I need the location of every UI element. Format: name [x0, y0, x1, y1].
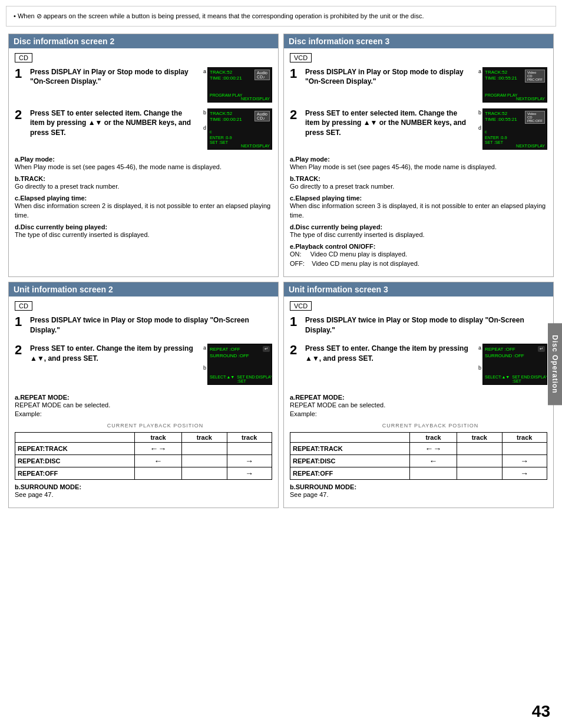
disc2-step2-num: 2	[15, 108, 25, 121]
disc2-notes: a.Play mode: When Play mode is set (see …	[15, 156, 272, 240]
disc3-screen2: TRACK:52TIME :00:55:21 VideoCDPBC:OFF c …	[482, 108, 547, 150]
table-row: REPEAT:TRACK ←→	[290, 442, 547, 454]
unit2-step2: 2 Press SET to enter. Change the item by…	[15, 344, 272, 388]
disc2-note-b: b.TRACK: Go directly to a preset track n…	[15, 175, 272, 191]
unit2-badge: CD	[15, 301, 32, 311]
unit3-repeat-table: track track track REPEAT:TRACK ←→	[290, 432, 547, 480]
unit3-screen: REPEAT :OFF SURROUND :OFF ↵ SELECT:▲▼ SE…	[482, 344, 547, 385]
top-note: • When ⊘ appears on the screen while a b…	[6, 6, 556, 27]
unit2-title: Unit information screen 2	[9, 282, 278, 297]
disc3-step1-num: 1	[290, 67, 300, 80]
disc3-step1: 1 Press DISPLAY in Play or Stop mode to …	[290, 67, 547, 103]
disc2-step1-num: 1	[15, 67, 25, 80]
disc3-note-c: c.Elapsed playing time: When disc inform…	[290, 195, 547, 220]
disc3-notes: a.Play mode: When Play mode is set (see …	[290, 156, 547, 269]
disc2-note-d: d.Disc currently being played: The type …	[15, 223, 272, 239]
disc2-title: Disc information screen 2	[9, 34, 278, 48]
unit2-notes: a.REPEAT MODE: REPEAT MODE can be select…	[15, 394, 272, 499]
disc2-badge: CD	[15, 53, 32, 62]
disc3-step2-text: Press SET to enter selected item. Change…	[305, 108, 474, 138]
unit3-current-pos: CURRENT PLAYBACK POSITION	[313, 423, 547, 429]
disc3-note-d: d.Disc currently being played: The type …	[290, 223, 547, 239]
unit3-step1-num: 1	[290, 315, 300, 328]
unit3-step2-num: 2	[290, 344, 300, 357]
disc3-note-a: a.Play mode: When Play mode is set (see …	[290, 156, 547, 172]
unit-info-screen-2: Unit information screen 2 CD 1 Press DIS…	[8, 282, 279, 508]
unit2-step1-num: 1	[15, 315, 25, 328]
table-row: REPEAT:TRACK ←→	[15, 442, 272, 454]
main-grid: Disc information screen 2 CD 1 Press DIS…	[6, 31, 556, 511]
side-tab: Disc Operation	[548, 323, 562, 405]
unit2-note-a: a.REPEAT MODE: REPEAT MODE can be select…	[15, 394, 272, 419]
disc2-note-c: c.Elapsed playing time: When disc inform…	[15, 195, 272, 220]
unit2-current-pos: CURRENT PLAYBACK POSITION	[38, 423, 272, 429]
disc2-step1: 1 Press DISPLAY in Play or Stop mode to …	[15, 67, 272, 103]
disc2-step2: 2 Press SET to enter selected item. Chan…	[15, 108, 272, 150]
table-row: REPEAT:OFF →	[290, 467, 547, 479]
unit3-step2-text: Press SET to enter. Change the item by p…	[305, 344, 474, 364]
unit2-screen: REPEAT :OFF SURROUND :OFF ↵ SELECT:▲▼ SE…	[207, 344, 272, 385]
unit3-step1: 1 Press DISPLAY twice in Play or Stop mo…	[290, 315, 547, 338]
page-number: 43	[532, 702, 550, 721]
disc3-step2-num: 2	[290, 108, 300, 121]
disc3-note-e: e.Playback control ON/OFF: ON: Video CD …	[290, 243, 547, 268]
unit3-note-a: a.REPEAT MODE: REPEAT MODE can be select…	[290, 394, 547, 419]
unit3-note-b: b.SURROUND MODE: See page 47.	[290, 483, 547, 499]
unit-info-screen-3: Unit information screen 3 VCD 1 Press DI…	[283, 282, 554, 508]
unit2-repeat-table: track track track REPEAT:TRACK ←→	[15, 432, 272, 480]
unit3-step1-text: Press DISPLAY twice in Play or Stop mode…	[305, 315, 547, 335]
unit2-note-b: b.SURROUND MODE: See page 47.	[15, 483, 272, 499]
disc3-step1-text: Press DISPLAY in Play or Stop mode to di…	[305, 67, 474, 87]
table-row: REPEAT:OFF →	[15, 467, 272, 479]
disc3-step2: 2 Press SET to enter selected item. Chan…	[290, 108, 547, 150]
disc2-step2-text: Press SET to enter selected item. Change…	[30, 108, 199, 138]
unit2-step2-text: Press SET to enter. Change the item by p…	[30, 344, 199, 364]
disc2-screen2: TRACK:52TIME :00:00:21 AudioCD♪ c ENTER …	[207, 108, 272, 150]
disc-info-screen-2: Disc information screen 2 CD 1 Press DIS…	[8, 34, 279, 278]
disc3-badge: VCD	[290, 53, 312, 62]
unit3-badge: VCD	[290, 301, 312, 311]
disc-info-screen-3: Disc information screen 3 VCD 1 Press DI…	[283, 34, 554, 278]
top-note-text: • When ⊘ appears on the screen while a b…	[14, 12, 424, 19]
disc2-note-a: a.Play mode: When Play mode is set (see …	[15, 156, 272, 172]
disc3-note-b: b.TRACK: Go directly to a preset track n…	[290, 175, 547, 191]
unit2-step1-text: Press DISPLAY twice in Play or Stop mode…	[30, 315, 272, 335]
table-row: REPEAT:DISC ← →	[15, 454, 272, 467]
disc2-screen1: TRACK:52TIME :00:00:21 AudioCD♪ PROGRAM …	[207, 67, 272, 103]
disc2-step1-text: Press DISPLAY in Play or Stop mode to di…	[30, 67, 199, 87]
unit3-step2: 2 Press SET to enter. Change the item by…	[290, 344, 547, 388]
disc3-screen1: TRACK:52TIME :00:55:21 VideoCDPBC:OFF PR…	[482, 67, 547, 103]
table-row: REPEAT:DISC ← →	[290, 454, 547, 467]
unit3-notes: a.REPEAT MODE: REPEAT MODE can be select…	[290, 394, 547, 499]
unit2-step2-num: 2	[15, 344, 25, 357]
unit2-step1: 1 Press DISPLAY twice in Play or Stop mo…	[15, 315, 272, 338]
unit3-title: Unit information screen 3	[284, 282, 553, 297]
disc3-title: Disc information screen 3	[284, 34, 553, 48]
